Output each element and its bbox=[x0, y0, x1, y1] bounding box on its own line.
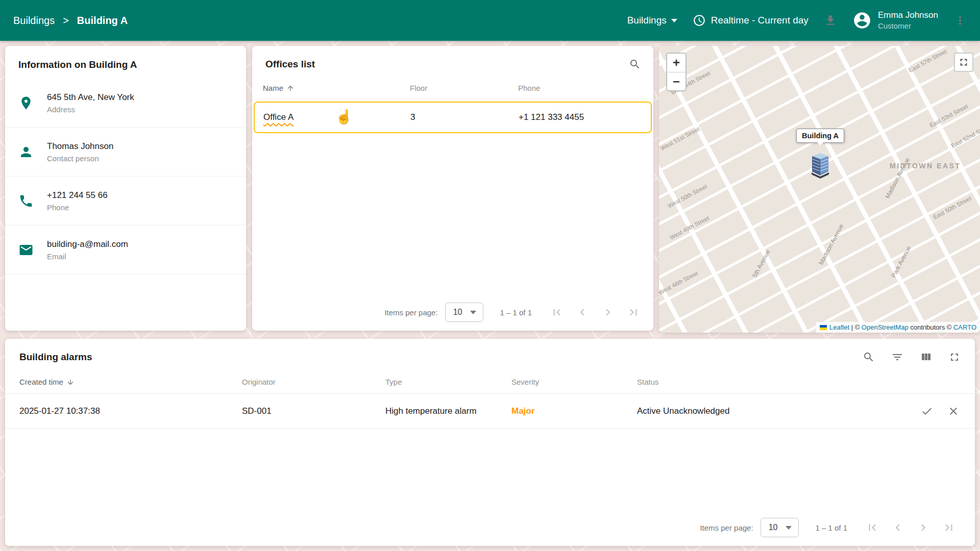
page-range-label: 1 – 1 of 1 bbox=[500, 308, 532, 317]
topbar: Buildings > Building A Buildings Realtim… bbox=[0, 0, 980, 41]
next-page-button[interactable] bbox=[917, 521, 930, 534]
alarms-table-header: Created time Originator Type Severity St… bbox=[5, 370, 975, 394]
last-page-icon bbox=[942, 521, 955, 534]
sort-desc-icon bbox=[66, 378, 75, 386]
phone-value: +121 244 55 66 bbox=[47, 190, 108, 201]
breadcrumb: Buildings > Building A bbox=[13, 15, 128, 27]
search-icon bbox=[629, 58, 641, 70]
alarms-search-button[interactable] bbox=[863, 351, 875, 363]
columns-icon bbox=[920, 351, 932, 363]
alarms-column-type[interactable]: Type bbox=[385, 378, 511, 386]
contact-value: Thomas Johnson bbox=[47, 141, 113, 152]
clock-icon bbox=[693, 14, 706, 27]
avatar-icon bbox=[852, 11, 872, 30]
page-range-label: 1 – 1 of 1 bbox=[815, 523, 847, 532]
entity-select-label: Buildings bbox=[627, 15, 667, 26]
building-icon bbox=[810, 149, 830, 181]
zoom-out-button[interactable]: − bbox=[667, 72, 685, 90]
area-label: MIDTOWN EAST bbox=[890, 162, 961, 170]
prev-page-button[interactable] bbox=[891, 521, 904, 534]
chevron-down-icon bbox=[786, 526, 792, 530]
office-row[interactable]: Office A 3 +1 121 333 4455 ☝ bbox=[254, 102, 652, 133]
last-page-button[interactable] bbox=[942, 521, 955, 534]
ukraine-flag-icon bbox=[820, 325, 827, 330]
items-per-page-select[interactable]: 10 bbox=[761, 518, 799, 537]
person-icon bbox=[18, 144, 34, 160]
items-per-page-label: Items per page: bbox=[700, 523, 753, 532]
contact-label: Contact person bbox=[47, 154, 113, 163]
alarm-created-cell: 2025-01-27 10:37:38 bbox=[19, 406, 242, 416]
fullscreen-icon bbox=[948, 351, 961, 363]
entity-select-dropdown[interactable]: Buildings bbox=[627, 15, 677, 26]
office-phone-cell: +1 121 333 4455 bbox=[519, 112, 643, 122]
first-page-icon bbox=[550, 306, 564, 319]
alarm-row[interactable]: 2025-01-27 10:37:38 SD-001 High temperat… bbox=[5, 394, 975, 429]
offices-search-button[interactable] bbox=[629, 58, 641, 70]
more-menu-button[interactable] bbox=[953, 14, 967, 27]
chevron-left-icon bbox=[576, 306, 589, 319]
breadcrumb-separator: > bbox=[63, 15, 69, 27]
place-icon bbox=[18, 95, 34, 111]
alarms-fullscreen-button[interactable] bbox=[948, 351, 961, 363]
alarms-column-status[interactable]: Status bbox=[637, 378, 898, 386]
info-item-phone: +121 244 55 66 Phone bbox=[5, 177, 246, 226]
timewindow-button[interactable]: Realtime - Current day bbox=[693, 14, 808, 27]
offices-paginator: Items per page: 10 1 – 1 of 1 bbox=[252, 294, 653, 331]
alarms-column-created[interactable]: Created time bbox=[19, 378, 242, 386]
address-label: Address bbox=[47, 105, 134, 114]
more-vert-icon bbox=[953, 14, 967, 27]
alarms-column-originator[interactable]: Originator bbox=[242, 378, 385, 386]
info-item-contact: Thomas Johnson Contact person bbox=[5, 128, 246, 177]
zoom-control: + − bbox=[666, 53, 687, 91]
clear-alarm-button[interactable] bbox=[947, 405, 960, 417]
offices-card-title: Offices list bbox=[265, 59, 315, 70]
check-icon bbox=[921, 405, 933, 417]
alarm-severity-cell: Major bbox=[511, 406, 637, 416]
phone-label: Phone bbox=[47, 203, 108, 212]
chevron-down-icon bbox=[671, 19, 677, 22]
cursor-hand-icon: ☝ bbox=[335, 109, 353, 125]
download-icon bbox=[824, 14, 837, 27]
leaflet-link[interactable]: Leaflet bbox=[829, 323, 849, 331]
offices-column-floor[interactable]: Floor bbox=[410, 84, 518, 92]
offices-column-name[interactable]: Name bbox=[263, 84, 410, 92]
breadcrumb-root[interactable]: Buildings bbox=[13, 15, 55, 27]
alarms-column-severity[interactable]: Severity bbox=[511, 378, 637, 386]
chevron-right-icon bbox=[917, 521, 930, 534]
first-page-button[interactable] bbox=[866, 521, 879, 534]
last-page-icon bbox=[627, 306, 640, 319]
last-page-button[interactable] bbox=[627, 306, 640, 319]
search-icon bbox=[863, 351, 875, 363]
alarms-filter-button[interactable] bbox=[891, 351, 903, 363]
offices-list-card: Offices list Name Floor Phone Office A 3… bbox=[252, 46, 653, 331]
carto-link[interactable]: CARTO bbox=[953, 323, 976, 331]
user-menu[interactable]: Emma Johnson Customer bbox=[852, 10, 938, 31]
building-marker[interactable] bbox=[810, 149, 830, 183]
building-info-card: Information on Building A 645 5th Ave, N… bbox=[5, 46, 246, 331]
map-fullscreen-button[interactable] bbox=[954, 53, 973, 72]
chevron-left-icon bbox=[891, 521, 904, 534]
zoom-in-button[interactable]: + bbox=[667, 54, 685, 72]
alarm-originator-cell: SD-001 bbox=[242, 406, 385, 416]
filter-icon bbox=[891, 351, 903, 363]
alarm-type-cell: High temperature alarm bbox=[385, 406, 511, 416]
next-page-button[interactable] bbox=[601, 306, 615, 319]
info-item-email: building-a@mail.com Email bbox=[5, 226, 246, 274]
items-per-page-label: Items per page: bbox=[384, 308, 437, 317]
office-floor-cell: 3 bbox=[410, 112, 519, 122]
sort-asc-icon bbox=[286, 84, 295, 92]
offices-column-phone[interactable]: Phone bbox=[518, 84, 644, 92]
leaflet-map[interactable]: West 54th Street East 57th Street West 5… bbox=[659, 46, 980, 333]
first-page-button[interactable] bbox=[550, 306, 564, 319]
timewindow-label: Realtime - Current day bbox=[711, 15, 808, 26]
first-page-icon bbox=[866, 521, 879, 534]
download-button[interactable] bbox=[824, 14, 837, 27]
osm-link[interactable]: OpenStreetMap bbox=[862, 323, 909, 331]
items-per-page-select[interactable]: 10 bbox=[445, 303, 484, 322]
acknowledge-alarm-button[interactable] bbox=[921, 405, 933, 417]
email-value: building-a@mail.com bbox=[47, 239, 128, 249]
chevron-right-icon bbox=[601, 306, 615, 319]
map-card: West 54th Street East 57th Street West 5… bbox=[659, 46, 980, 333]
alarms-columns-button[interactable] bbox=[920, 351, 932, 363]
prev-page-button[interactable] bbox=[576, 306, 589, 319]
